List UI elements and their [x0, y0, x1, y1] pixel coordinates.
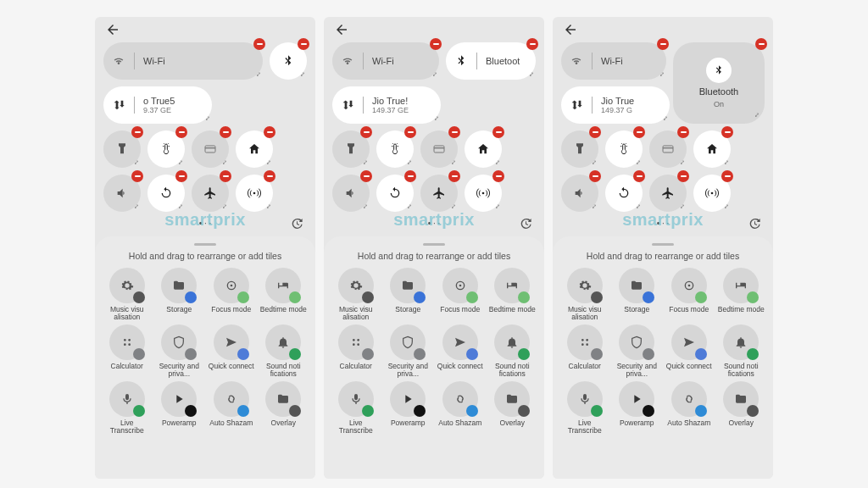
tray-tile[interactable]: Poweramp — [156, 381, 203, 435]
tray-tile[interactable]: Live Transcribe — [103, 381, 151, 435]
tray-tile[interactable]: Poweramp — [385, 381, 432, 435]
history-icon[interactable] — [748, 217, 761, 230]
tray-tile[interactable]: Calculator — [332, 324, 380, 378]
rotate-tile[interactable]: ⤢ — [605, 175, 643, 212]
mobile-data-tile[interactable]: Jio True 149.37 G ⤢ — [561, 86, 670, 124]
tray-tile[interactable]: Bedtime mode — [718, 268, 765, 321]
remove-icon[interactable] — [175, 170, 187, 182]
back-icon[interactable] — [334, 22, 349, 37]
tray-tile[interactable]: Live Transcribe — [561, 381, 609, 435]
tray-tile[interactable]: Quick connect — [208, 324, 255, 378]
remove-icon[interactable] — [360, 126, 372, 138]
drag-handle[interactable] — [652, 243, 674, 246]
thermo-tile[interactable]: ⤢ — [147, 130, 185, 168]
remove-icon[interactable] — [721, 170, 733, 182]
remove-icon[interactable] — [755, 38, 767, 50]
tray-tile[interactable]: Sound noti fications — [260, 324, 308, 378]
history-icon[interactable] — [290, 217, 303, 230]
remove-icon[interactable] — [677, 126, 689, 138]
thermo-tile[interactable]: ⤢ — [376, 130, 414, 168]
airplane-tile[interactable]: ⤢ — [192, 175, 229, 212]
tray-tile[interactable]: Overlay — [489, 381, 537, 435]
tray-tile[interactable]: Quick connect — [665, 324, 713, 378]
remove-icon[interactable] — [360, 170, 372, 182]
hotspot-tile[interactable]: ⤢ — [693, 175, 731, 212]
drag-handle[interactable] — [423, 243, 445, 246]
volume-tile[interactable]: ⤢ — [561, 175, 598, 212]
tray-tile[interactable]: Storage — [614, 268, 661, 321]
back-icon[interactable] — [563, 22, 578, 37]
tray-tile[interactable]: Sound noti fications — [718, 324, 765, 378]
card-tile[interactable]: ⤢ — [192, 130, 229, 168]
thermo-tile[interactable]: ⤢ — [605, 130, 643, 168]
tray-tile[interactable]: Storage — [156, 268, 203, 321]
flashlight-tile[interactable]: ⤢ — [561, 130, 598, 168]
tray-tile[interactable]: Focus mode — [665, 268, 713, 321]
bluetooth-tile[interactable]: BluetoothOn⤢ — [673, 42, 765, 124]
tray-tile[interactable]: Music visu alisation — [332, 268, 380, 321]
remove-icon[interactable] — [448, 170, 460, 182]
wifi-tile[interactable]: Wi-Fi ⤢ — [561, 42, 666, 80]
back-icon[interactable] — [105, 22, 120, 37]
remove-icon[interactable] — [220, 170, 231, 182]
tray-tile[interactable]: Focus mode — [208, 268, 255, 321]
remove-icon[interactable] — [526, 38, 538, 50]
volume-tile[interactable]: ⤢ — [332, 175, 370, 212]
remove-icon[interactable] — [589, 126, 601, 138]
bluetooth-tile[interactable]: Bluetoot⤢ — [446, 42, 536, 80]
home-tile[interactable]: ⤢ — [236, 130, 273, 168]
remove-icon[interactable] — [677, 170, 689, 182]
airplane-tile[interactable]: ⤢ — [649, 175, 687, 212]
tray-tile[interactable]: Security and priva... — [385, 324, 432, 378]
home-tile[interactable]: ⤢ — [693, 130, 731, 168]
tray-tile[interactable]: Calculator — [103, 324, 151, 378]
card-tile[interactable]: ⤢ — [649, 130, 687, 168]
tray-tile[interactable]: Bedtime mode — [489, 268, 537, 321]
tray-tile[interactable]: Overlay — [718, 381, 765, 435]
remove-icon[interactable] — [492, 170, 504, 182]
remove-icon[interactable] — [404, 170, 416, 182]
remove-icon[interactable] — [131, 126, 143, 138]
remove-icon[interactable] — [430, 38, 442, 50]
remove-icon[interactable] — [448, 126, 460, 138]
remove-icon[interactable] — [298, 38, 309, 50]
tray-tile[interactable]: Security and priva... — [614, 324, 661, 378]
remove-icon[interactable] — [264, 170, 275, 182]
tray-tile[interactable]: Overlay — [260, 381, 308, 435]
wifi-tile[interactable]: Wi-Fi ⤢ — [103, 42, 263, 80]
volume-tile[interactable]: ⤢ — [103, 175, 141, 212]
rotate-tile[interactable]: ⤢ — [147, 175, 185, 212]
flashlight-tile[interactable]: ⤢ — [103, 130, 141, 168]
tray-tile[interactable]: Security and priva... — [156, 324, 203, 378]
hotspot-tile[interactable]: ⤢ — [465, 175, 502, 212]
tray-tile[interactable]: Sound noti fications — [489, 324, 537, 378]
tray-tile[interactable]: Bedtime mode — [260, 268, 308, 321]
remove-icon[interactable] — [253, 38, 265, 50]
home-tile[interactable]: ⤢ — [465, 130, 502, 168]
tray-tile[interactable]: Calculator — [561, 324, 609, 378]
remove-icon[interactable] — [404, 126, 416, 138]
remove-icon[interactable] — [721, 126, 733, 138]
flashlight-tile[interactable]: ⤢ — [332, 130, 370, 168]
mobile-data-tile[interactable]: o True5 9.37 GE ⤢ — [103, 86, 212, 124]
tray-tile[interactable]: Focus mode — [437, 268, 484, 321]
tray-tile[interactable]: Auto Shazam — [665, 381, 713, 435]
remove-icon[interactable] — [633, 170, 645, 182]
remove-icon[interactable] — [220, 126, 231, 138]
remove-icon[interactable] — [131, 170, 143, 182]
tray-tile[interactable]: Poweramp — [614, 381, 661, 435]
rotate-tile[interactable]: ⤢ — [376, 175, 414, 212]
remove-icon[interactable] — [264, 126, 275, 138]
remove-icon[interactable] — [633, 126, 645, 138]
tray-tile[interactable]: Music visu alisation — [103, 268, 151, 321]
tray-tile[interactable]: Quick connect — [437, 324, 484, 378]
drag-handle[interactable] — [194, 243, 216, 246]
history-icon[interactable] — [519, 217, 532, 230]
wifi-tile[interactable]: Wi-Fi ⤢ — [332, 42, 439, 80]
tray-tile[interactable]: Auto Shazam — [437, 381, 484, 435]
tray-tile[interactable]: Live Transcribe — [332, 381, 380, 435]
bluetooth-tile[interactable]: ⤢ — [270, 42, 307, 80]
tray-tile[interactable]: Storage — [385, 268, 432, 321]
tray-tile[interactable]: Auto Shazam — [208, 381, 255, 435]
tray-tile[interactable]: Music visu alisation — [561, 268, 609, 321]
